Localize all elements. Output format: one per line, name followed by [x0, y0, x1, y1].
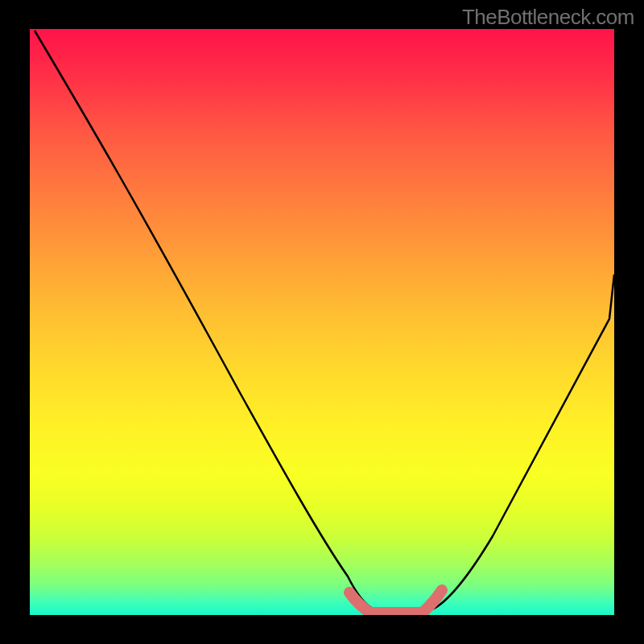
highlight-left — [349, 592, 368, 611]
highlight-right — [424, 590, 442, 611]
chart-plot-area — [30, 29, 614, 615]
curve-path — [35, 31, 614, 613]
watermark-text: TheBottleneck.com — [462, 5, 634, 30]
chart-svg — [30, 29, 614, 615]
